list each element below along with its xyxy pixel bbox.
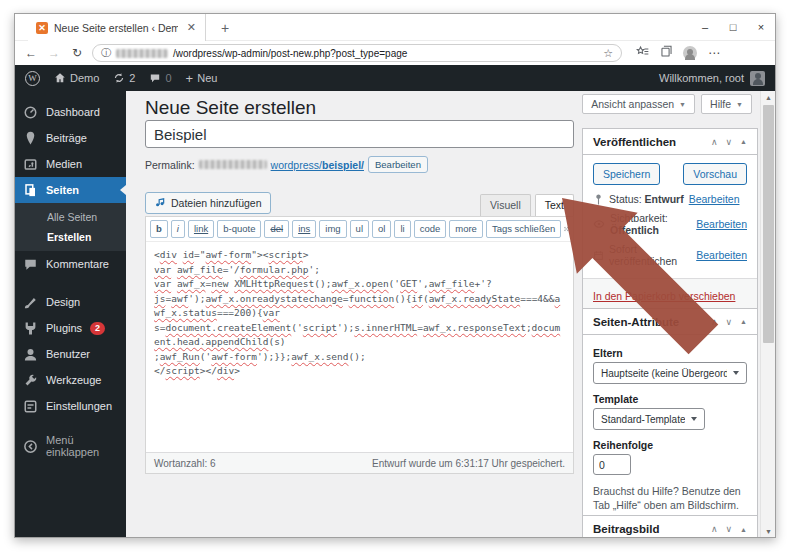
add-media-icon [154, 197, 166, 209]
quicktag-link-button[interactable]: link [188, 220, 214, 238]
parent-select[interactable]: Hauptseite (keine Übergeordnete) [593, 362, 747, 384]
pushpin-icon [23, 131, 38, 146]
fullscreen-icon[interactable] [564, 222, 569, 236]
scroll-down-icon[interactable]: ▼ [761, 525, 776, 538]
sidebar-item-plugins[interactable]: Plugins 2 [15, 315, 126, 341]
sidebar-item-tools[interactable]: Werkzeuge [15, 367, 126, 393]
page-info-icon[interactable]: ⓘ [101, 46, 111, 60]
user-avatar[interactable] [750, 71, 765, 86]
panel-toggle-icon[interactable]: ▲ [740, 138, 747, 145]
move-down-icon[interactable]: ∨ [725, 317, 732, 327]
editor-status-bar: Wortanzahl: 6 Entwurf wurde um 6:31:17 U… [146, 452, 573, 473]
settings-icon [23, 399, 38, 414]
admin-page-content: Ansicht anpassen ▼ Hilfe ▼ Neue Seite er… [126, 91, 760, 538]
admin-bar-site[interactable]: Demo [54, 72, 99, 84]
sidebar-item-dashboard[interactable]: Dashboard [15, 99, 126, 125]
permalink-link[interactable]: wordpress/beispiel/ [271, 159, 364, 171]
status-pin-icon [593, 194, 604, 205]
home-icon [54, 72, 66, 84]
window-minimize-button[interactable]: – [691, 14, 719, 40]
submenu-add-new[interactable]: Erstellen [15, 227, 126, 247]
quicktag-ins-button[interactable]: ins [292, 220, 316, 238]
move-up-icon[interactable]: ∧ [711, 524, 718, 534]
tab-visual-editor[interactable]: Visuell [480, 194, 531, 216]
calendar-icon [593, 250, 604, 261]
address-bar[interactable]: ⓘ /wordpress/wp-admin/post-new.php?post_… [92, 44, 622, 62]
move-down-icon[interactable]: ∨ [725, 524, 732, 534]
quicktag-li-button[interactable]: li [394, 220, 410, 238]
quicktag-del-button[interactable]: del [264, 220, 289, 238]
plugin-icon [23, 321, 38, 336]
panel-toggle-icon[interactable]: ▲ [740, 318, 747, 325]
move-up-icon[interactable]: ∧ [711, 137, 718, 147]
quicktag-ul-button[interactable]: ul [350, 220, 369, 238]
quicktag-ol-button[interactable]: ol [372, 220, 391, 238]
publish-panel-title: Veröffentlichen [593, 136, 676, 148]
quicktag-more-button[interactable]: more [449, 220, 483, 238]
sidebar-item-posts[interactable]: Beiträge [15, 125, 126, 151]
panel-toggle-icon[interactable]: ▲ [740, 526, 747, 533]
tab-close-icon[interactable]: ✕ [184, 21, 199, 34]
browser-tab[interactable]: ✕ Neue Seite erstellen ‹ Demo — W ✕ [28, 14, 206, 41]
sidebar-item-users[interactable]: Benutzer [15, 341, 126, 367]
quicktags-toolbar: b i link b-quote del ins img ul ol li co… [146, 217, 573, 242]
visibility-eye-icon [593, 218, 605, 230]
window-maximize-button[interactable]: □ [719, 14, 747, 40]
appearance-brush-icon [23, 295, 38, 310]
admin-bar-updates[interactable]: 2 [113, 72, 135, 84]
url-text: /wordpress/wp-admin/post-new.php?post_ty… [173, 48, 598, 59]
admin-bar-welcome[interactable]: Willkommen, root [659, 72, 744, 84]
move-down-icon[interactable]: ∨ [725, 137, 732, 147]
window-close-button[interactable]: × [747, 14, 775, 40]
browser-menu-icon[interactable]: ⋯ [707, 46, 721, 60]
site-favicon-icon: ✕ [36, 22, 48, 34]
move-to-trash-link[interactable]: In den Papierkorb verschieben [593, 290, 735, 302]
featured-panel-title: Beitragsbild [593, 523, 659, 535]
browser-toolbar: ← → ↻ ⓘ /wordpress/wp-admin/post-new.php… [15, 41, 775, 65]
scrollbar-thumb[interactable] [763, 105, 774, 343]
collections-icon[interactable] [659, 45, 673, 61]
wordpress-logo-icon[interactable]: W [25, 71, 40, 86]
edit-status-link[interactable]: Bearbeiten [689, 193, 740, 205]
sidebar-item-appearance[interactable]: Design [15, 289, 126, 315]
quicktag-close-tags-button[interactable]: Tags schließen [486, 220, 561, 238]
reload-icon[interactable]: ↻ [69, 46, 85, 60]
sidebar-collapse-menu[interactable]: Menü einklappen [15, 433, 126, 459]
post-title-input[interactable] [145, 120, 574, 148]
tab-text-editor[interactable]: Text [535, 194, 574, 216]
quicktag-bquote-button[interactable]: b-quote [217, 220, 261, 238]
plugins-update-badge: 2 [90, 322, 105, 335]
admin-bar-new[interactable]: + Neu [186, 71, 218, 86]
admin-bar-comments[interactable]: 0 [149, 72, 171, 84]
quicktag-bold-button[interactable]: b [150, 220, 168, 238]
submenu-all-pages[interactable]: Alle Seiten [15, 207, 126, 227]
browser-profile-avatar[interactable] [683, 46, 697, 60]
page-scrollbar[interactable]: ▲ ▼ [760, 91, 775, 538]
favorite-star-icon[interactable]: ☆ [603, 47, 613, 60]
sidebar-item-pages[interactable]: Seiten [15, 177, 126, 203]
edit-visibility-link[interactable]: Bearbeiten [696, 218, 747, 230]
order-input[interactable] [593, 454, 631, 475]
back-icon[interactable]: ← [23, 46, 39, 60]
pages-icon [23, 183, 38, 198]
quicktag-italic-button[interactable]: i [171, 220, 185, 238]
quicktag-code-button[interactable]: code [414, 220, 447, 238]
edit-schedule-link[interactable]: Bearbeiten [696, 249, 747, 261]
sidebar-item-settings[interactable]: Einstellungen [15, 393, 126, 419]
permalink-edit-button[interactable]: Bearbeiten [368, 156, 428, 173]
favorites-bar-icon[interactable] [635, 45, 649, 61]
media-icon [23, 157, 38, 172]
code-area[interactable]: <div id="awf-form"><script>var awf_file=… [146, 242, 573, 452]
new-tab-button[interactable]: + [215, 18, 235, 38]
quicktag-img-button[interactable]: img [319, 220, 346, 238]
order-label: Reihenfolge [593, 439, 747, 451]
browser-window: ✕ Neue Seite erstellen ‹ Demo — W ✕ + – … [14, 13, 776, 538]
preview-button[interactable]: Vorschau [683, 163, 747, 185]
scroll-up-icon[interactable]: ▲ [761, 91, 776, 104]
move-up-icon[interactable]: ∧ [711, 317, 718, 327]
add-media-button[interactable]: Dateien hinzufügen [145, 192, 271, 214]
save-draft-button[interactable]: Speichern [593, 163, 660, 185]
sidebar-item-media[interactable]: Medien [15, 151, 126, 177]
sidebar-item-comments[interactable]: Kommentare [15, 251, 126, 277]
template-select[interactable]: Standard-Template [593, 408, 705, 430]
